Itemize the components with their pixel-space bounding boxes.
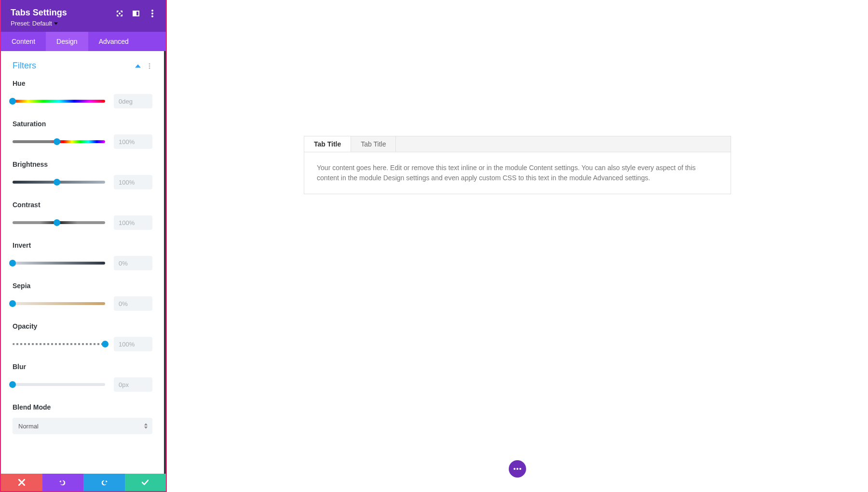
contrast-thumb[interactable] [54,219,60,226]
blend-mode: Blend Mode Normal [13,403,152,434]
contrast-value[interactable]: 100% [114,215,152,230]
ellipsis-icon [514,468,521,470]
opacity-slider[interactable] [13,341,105,347]
tab-content[interactable]: Content [1,32,46,51]
preset-selector[interactable]: Preset: Default [11,20,67,27]
builder-fab[interactable] [509,460,526,478]
filter-invert: Invert 0% [13,241,152,270]
contrast-label: Contrast [13,201,152,209]
filter-hue: Hue 0deg [13,80,152,108]
preview-tab-1[interactable]: Tab Title [304,136,351,152]
filter-contrast: Contrast 100% [13,201,152,230]
panel-header: Tabs Settings Preset: Default [1,0,166,32]
preview-tab-2[interactable]: Tab Title [351,136,396,152]
filter-sepia: Sepia 0% [13,282,152,311]
contrast-slider[interactable] [13,219,105,226]
sepia-slider[interactable] [13,300,105,307]
cancel-button[interactable] [1,474,42,491]
preview-tabs: Tab Title Tab Title [304,136,731,152]
panel-footer [1,474,166,491]
hue-slider[interactable] [13,98,105,105]
preview-canvas: Tab Title Tab Title Your content goes he… [167,0,868,492]
preset-label: Preset: Default [11,20,52,27]
svg-point-1 [151,10,153,12]
hue-label: Hue [13,80,152,87]
svg-point-5 [149,65,150,66]
blur-slider[interactable] [13,381,105,388]
brightness-slider[interactable] [13,179,105,186]
tabs-module: Tab Title Tab Title Your content goes he… [304,136,731,194]
undo-button[interactable] [42,474,84,491]
blur-value[interactable]: 0px [114,377,152,392]
hue-thumb[interactable] [9,98,16,105]
filter-blur: Blur 0px [13,363,152,392]
blur-thumb[interactable] [9,381,16,388]
opacity-thumb[interactable] [102,341,108,347]
svg-point-8 [516,468,518,470]
select-caret-icon [144,423,148,429]
opacity-value[interactable]: 100% [114,337,152,351]
saturation-label: Saturation [13,120,152,128]
svg-point-3 [151,15,153,17]
panel-tabs: Content Design Advanced [1,32,166,51]
tab-design[interactable]: Design [46,32,88,51]
section-more-icon[interactable] [147,63,152,69]
chevron-down-icon [54,22,58,26]
check-icon [142,479,149,486]
svg-point-0 [119,13,121,14]
svg-point-9 [519,468,521,470]
tab-advanced[interactable]: Advanced [88,32,139,51]
section-title: Filters [13,61,36,71]
panel-body[interactable]: Filters Hue 0deg Saturat [1,51,166,474]
blur-label: Blur [13,363,152,371]
saturation-value[interactable]: 100% [114,134,152,149]
collapse-icon[interactable] [135,63,141,69]
invert-value[interactable]: 0% [114,256,152,270]
opacity-label: Opacity [13,322,152,330]
brightness-label: Brightness [13,160,152,168]
preview-content[interactable]: Your content goes here. Edit or remove t… [304,152,731,194]
redo-icon [101,479,108,486]
svg-point-4 [149,63,150,65]
blend-label: Blend Mode [13,403,152,411]
sepia-label: Sepia [13,282,152,290]
hue-value[interactable]: 0deg [114,94,152,108]
save-button[interactable] [125,474,166,491]
brightness-thumb[interactable] [54,179,60,186]
filter-opacity: Opacity 100% [13,322,152,351]
svg-point-6 [149,67,150,69]
invert-thumb[interactable] [9,260,16,266]
brightness-value[interactable]: 100% [114,175,152,189]
redo-button[interactable] [83,474,125,491]
blend-value: Normal [18,423,39,430]
more-icon[interactable] [149,10,156,17]
filter-brightness: Brightness 100% [13,160,152,189]
svg-point-2 [151,13,153,14]
panel-title: Tabs Settings [11,8,67,18]
saturation-thumb[interactable] [54,138,60,145]
sepia-thumb[interactable] [9,300,16,307]
focus-icon[interactable] [116,10,123,17]
sepia-value[interactable]: 0% [114,296,152,311]
undo-icon [59,479,66,486]
close-icon [18,479,25,486]
blend-select[interactable]: Normal [13,418,152,434]
filter-saturation: Saturation 100% [13,120,152,149]
svg-point-7 [514,468,515,470]
invert-slider[interactable] [13,260,105,266]
invert-label: Invert [13,241,152,249]
saturation-slider[interactable] [13,138,105,145]
settings-panel: Tabs Settings Preset: Default Content De… [0,0,167,492]
sidebar-toggle-icon[interactable] [132,10,140,17]
